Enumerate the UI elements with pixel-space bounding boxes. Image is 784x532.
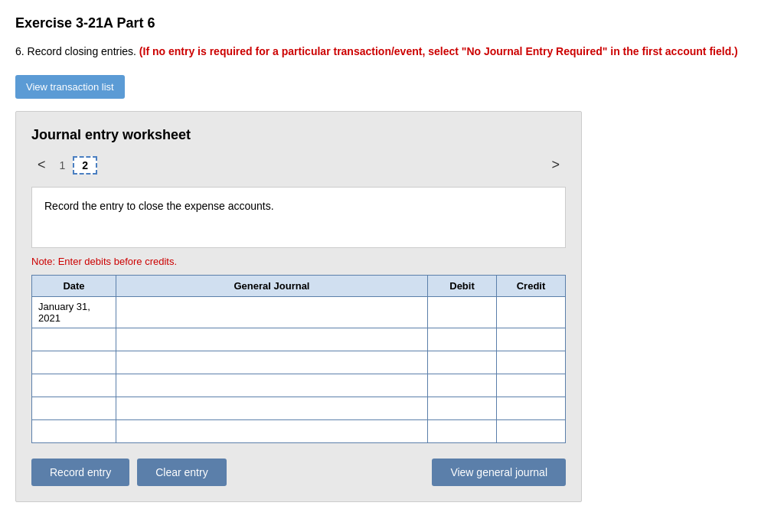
- account-cell-1[interactable]: [116, 297, 428, 328]
- credit-cell-2[interactable]: [497, 328, 566, 351]
- account-cell-2[interactable]: [116, 328, 428, 351]
- debit-input-3[interactable]: [434, 357, 490, 368]
- worksheet-title: Journal entry worksheet: [31, 127, 566, 143]
- description-box: Record the entry to close the expense ac…: [31, 187, 566, 248]
- clear-entry-button[interactable]: Clear entry: [137, 459, 226, 486]
- page-2-button[interactable]: 2: [73, 156, 97, 175]
- description-text: Record the entry to close the expense ac…: [44, 200, 274, 212]
- credit-cell-1[interactable]: [497, 297, 566, 328]
- credit-input-5[interactable]: [503, 403, 559, 414]
- account-input-3[interactable]: [122, 357, 421, 368]
- page-title: Exercise 3-21A Part 6: [15, 15, 769, 31]
- page-1-button[interactable]: 1: [52, 158, 74, 173]
- col-header-general-journal: General Journal: [116, 276, 428, 297]
- credit-input-1[interactable]: [503, 307, 559, 318]
- journal-table: Date General Journal Debit Credit Januar…: [31, 275, 566, 443]
- credit-cell-6[interactable]: [497, 420, 566, 443]
- credit-input-3[interactable]: [503, 357, 559, 368]
- action-buttons: Record entry Clear entry View general jo…: [31, 459, 566, 486]
- account-cell-3[interactable]: [116, 351, 428, 374]
- instructions: 6. Record closing entries. (If no entry …: [15, 44, 769, 60]
- nav-left-arrow[interactable]: <: [31, 155, 52, 175]
- credit-input-4[interactable]: [503, 380, 559, 391]
- debit-input-1[interactable]: [434, 307, 490, 318]
- account-input-1[interactable]: [122, 307, 421, 318]
- debit-cell-2[interactable]: [428, 328, 497, 351]
- account-cell-5[interactable]: [116, 397, 428, 420]
- debit-cell-3[interactable]: [428, 351, 497, 374]
- view-general-journal-button[interactable]: View general journal: [432, 459, 566, 486]
- table-row: [32, 351, 566, 374]
- debit-cell-4[interactable]: [428, 374, 497, 397]
- date-cell-1: January 31,2021: [32, 297, 116, 328]
- record-entry-button[interactable]: Record entry: [31, 459, 129, 486]
- account-input-6[interactable]: [122, 426, 421, 437]
- page-navigation: < 1 2 >: [31, 155, 566, 175]
- credit-input-6[interactable]: [503, 426, 559, 437]
- account-input-4[interactable]: [122, 380, 421, 391]
- account-input-2[interactable]: [122, 334, 421, 345]
- col-header-credit: Credit: [497, 276, 566, 297]
- view-transaction-button[interactable]: View transaction list: [15, 75, 125, 99]
- date-cell-6: [32, 420, 116, 443]
- table-row: January 31,2021: [32, 297, 566, 328]
- debit-cell-5[interactable]: [428, 397, 497, 420]
- date-cell-5: [32, 397, 116, 420]
- debit-input-6[interactable]: [434, 426, 490, 437]
- note-text: Note: Enter debits before credits.: [31, 256, 566, 267]
- date-cell-2: [32, 328, 116, 351]
- col-header-date: Date: [32, 276, 116, 297]
- debit-input-5[interactable]: [434, 403, 490, 414]
- debit-input-2[interactable]: [434, 334, 490, 345]
- table-row: [32, 397, 566, 420]
- worksheet-container: Journal entry worksheet < 1 2 > Record t…: [15, 111, 582, 502]
- table-row: [32, 420, 566, 443]
- credit-cell-4[interactable]: [497, 374, 566, 397]
- col-header-debit: Debit: [428, 276, 497, 297]
- credit-input-2[interactable]: [503, 334, 559, 345]
- table-row: [32, 374, 566, 397]
- debit-cell-1[interactable]: [428, 297, 497, 328]
- account-cell-4[interactable]: [116, 374, 428, 397]
- debit-cell-6[interactable]: [428, 420, 497, 443]
- account-input-5[interactable]: [122, 403, 421, 414]
- nav-right-arrow[interactable]: >: [545, 155, 566, 175]
- credit-cell-3[interactable]: [497, 351, 566, 374]
- table-row: [32, 328, 566, 351]
- account-cell-6[interactable]: [116, 420, 428, 443]
- credit-cell-5[interactable]: [497, 397, 566, 420]
- date-cell-4: [32, 374, 116, 397]
- debit-input-4[interactable]: [434, 380, 490, 391]
- date-cell-3: [32, 351, 116, 374]
